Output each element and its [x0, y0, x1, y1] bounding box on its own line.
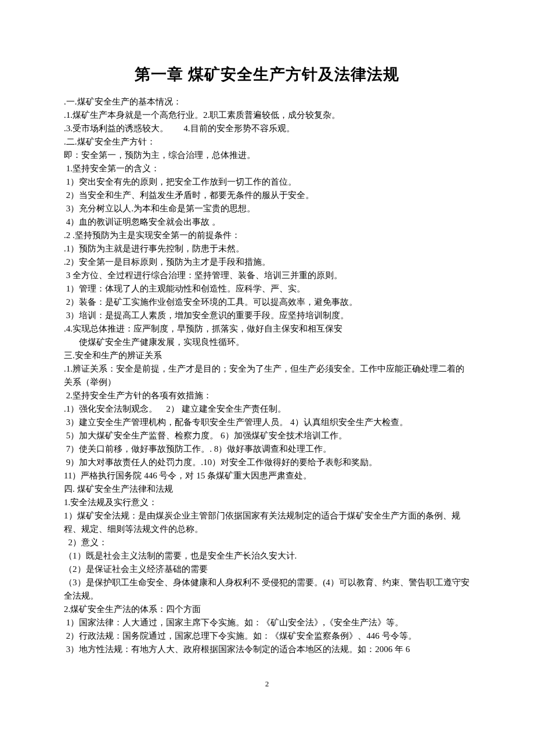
text-line: .2）安全第一是目标原则，预防为主才是手段和措施。	[64, 255, 470, 269]
text-line: 四. 煤矿安全生产法律和法规	[64, 483, 470, 496]
text-line: 3）充分树立以人.为本和生命是第一宝贵的思想。	[64, 202, 470, 215]
text-line: 2.坚持安全生产方针的各项有效措施：	[64, 389, 470, 402]
text-line: .一.煤矿安全生产的基本情况：	[64, 95, 470, 109]
text-line: 3 全方位、全过程进行综合治理：坚持管理、装备、培训三并重的原则。	[64, 269, 470, 282]
text-line: 即：安全第一，预防为主，综合治理，总体推进。	[64, 149, 470, 162]
text-line: 11）严格执行国务院 446 号令，对 15 条煤矿重大因患严肃查处。	[64, 469, 470, 483]
text-line: 2）行政法规：国务院通过，国家总理下令实施。如：《煤矿安全监察条例》、446 号…	[64, 629, 470, 643]
text-line: 5）加大煤矿安全生产监督、检察力度。 6）加强煤矿安全技术培训工作。	[64, 429, 470, 442]
text-line: 1）管理：体现了人的主观能动性和创造性。应科学、严、实。	[64, 282, 470, 296]
text-line: .3.受市场利益的诱惑较大。 4.目前的安全形势不容乐观。	[64, 122, 470, 135]
text-line: .1.辨证关系：安全是前提，生产才是目的；安全为了生产，但生产必须安全。工作中应…	[64, 362, 470, 389]
text-line: 三.安全和生产的辨证关系	[64, 349, 470, 362]
text-line: 2.煤矿安全生产法的体系：四个方面	[64, 603, 470, 616]
text-line: （2）是保证社会主义经济基础的需要	[64, 563, 470, 576]
text-line: 2）当安全和生产、利益发生矛盾时，都要无条件的服从于安全。	[64, 189, 470, 202]
text-line: 9）加大对事故责任人的处罚力度。.10）对安全工作做得好的要给予表彰和奖励。	[64, 456, 470, 469]
text-line: 使煤矿安全生产健康发展，实现良性循环。	[64, 336, 470, 349]
text-line: （3）是保护职工生命安全、身体健康和人身权利不 受侵犯的需要。(4）可以教育、约…	[64, 576, 470, 603]
text-line: .4.实现总体推进：应严制度，早预防，抓落实，做好自主保安和相互保安	[64, 322, 470, 336]
text-line: 1）煤矿安全法规：是由煤炭企业主管部门依据国家有关法规制定的适合于煤矿安全生产方…	[64, 509, 470, 536]
text-line: .二.煤矿安全生产方针：	[64, 135, 470, 149]
text-line: .1.煤矿生产本身就是一个高危行业。2.职工素质普遍较低，成分较复杂。	[64, 109, 470, 122]
text-line: 3）建立安全生产管理机构，配备专职安全生产管理人员。 4）认真组织安全生产大检查…	[64, 416, 470, 429]
text-line: 2）装备：是矿工实施作业创造安全环境的工具。可以提高效率，避免事故。	[64, 296, 470, 309]
text-line: .2 .坚持预防为主是实现安全第一的前提条件：	[64, 229, 470, 242]
text-line: 3）地方性法规：有地方人大、政府根据国家法令制定的适合本地区的法规。如：2006…	[64, 643, 470, 656]
text-line: 4）血的教训证明忽略安全就会出事故 。	[64, 215, 470, 229]
text-line: .1）预防为主就是进行事先控制，防患于未然。	[64, 242, 470, 255]
body-text: .一.煤矿安全生产的基本情况：.1.煤矿生产本身就是一个高危行业。2.职工素质普…	[64, 95, 470, 656]
chapter-title: 第一章 煤矿安全生产方针及法律法规	[64, 64, 470, 85]
text-line: （1）既是社会主义法制的需要，也是安全生产长治久安大计.	[64, 549, 470, 563]
document-page: 第一章 煤矿安全生产方针及法律法规 .一.煤矿安全生产的基本情况：.1.煤矿生产…	[0, 0, 534, 712]
page-number: 2	[64, 679, 470, 689]
text-line: 1.安全法规及实行意义：	[64, 496, 470, 509]
text-line: 2）意义：	[64, 536, 470, 549]
text-line: 1）国家法律：人大通过，国家主席下令实施。如：《矿山安全法》,《安全生产法》等。	[64, 616, 470, 629]
text-line: 7）使关口前移，做好事故预防工作。. 8）做好事故调查和处理工作。	[64, 442, 470, 456]
text-line: 3）培训：是提高工人素质，增加安全意识的重要手段。应坚持培训制度。	[64, 309, 470, 322]
text-line: .1）强化安全法制观念。 2） 建立建全安全生产责任制。	[64, 402, 470, 416]
text-line: 1.坚持安全第一的含义：	[64, 162, 470, 175]
text-line: 1）突出安全有先的原则，把安全工作放到一切工作的首位。	[64, 175, 470, 189]
